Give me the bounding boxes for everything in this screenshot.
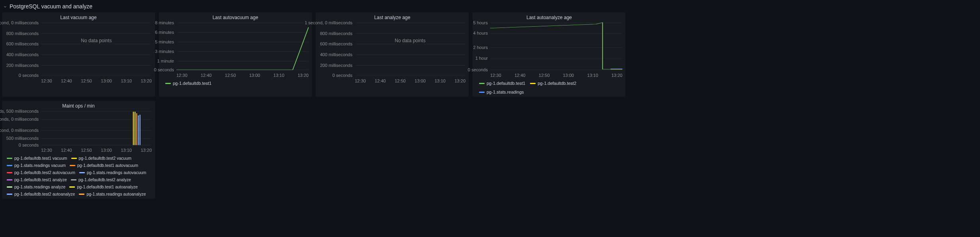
x-axis: 12:30 12:40 12:50 13:00 13:10 13:20 [316,77,469,85]
x-tick: 12:30 [41,78,52,83]
no-data-message: No data points [395,38,425,43]
x-tick: 12:30 [41,148,52,153]
x-tick: 13:20 [611,73,622,78]
panel-title: Last analyze age [316,12,469,21]
x-tick: 12:30 [355,78,366,83]
y-tick: 1 second, 0 milliseconds [0,128,39,133]
legend-swatch [7,179,12,180]
legend-swatch [479,92,485,93]
legend-item[interactable]: pg-1.defaultdb.test1 vacuum [7,156,67,161]
y-axis: 1 second, 0 milliseconds 800 millisecond… [316,21,355,77]
panel-last-analyze-age[interactable]: Last analyze age 1 second, 0 millisecond… [315,12,469,97]
y-tick: 5 minutes [155,39,174,44]
y-tick: 200 milliseconds [6,63,39,68]
y-tick: 1 hour [475,56,488,61]
panel-title: Last autovacuum age [159,12,312,21]
legend-item[interactable]: pg-1.defaultdb.test2 vacuum [71,156,132,161]
legend-item[interactable]: pg-1.stats.readings autoanalyze [79,192,146,196]
y-tick: 8 minutes [155,20,174,25]
y-tick: 800 milliseconds [320,31,352,36]
legend-item[interactable]: pg-1.defaultdb.test1 autoanalyze [69,184,137,189]
legend-label: pg-1.stats.readings autovacuum [87,170,146,175]
legend-label: pg-1.defaultdb.test2 [538,81,576,86]
bar-series [41,110,152,146]
y-tick: 1 minute [157,59,174,63]
legend-item[interactable]: pg-1.defaultdb.test2 [530,81,576,86]
y-tick: 0 seconds [154,67,174,72]
y-tick: 3 minutes [155,49,174,54]
legend-item[interactable]: pg-1.defaultdb.test1 autovacuum [70,163,138,168]
legend-item[interactable]: pg-1.defaultdb.test2 analyze [71,177,131,182]
legend-swatch [71,179,76,180]
panel-last-autoanalyze-age[interactable]: Last autoanalyze age 5 hours 4 hours 2 h… [472,12,626,97]
y-tick: 200 milliseconds [320,63,352,68]
x-tick: 12:30 [490,73,501,78]
y-tick: 400 milliseconds [6,52,39,57]
legend-swatch [71,158,77,159]
legend-swatch [69,186,75,188]
x-tick: 12:50 [539,73,550,78]
legend-item[interactable]: pg-1.defaultdb.test1 [479,81,525,86]
legend-item[interactable]: pg-1.stats.readings autovacuum [79,170,146,175]
x-tick: 13:10 [121,78,132,83]
legend-label: pg-1.defaultdb.test1 [173,81,211,86]
legend-swatch [479,83,485,84]
chart-area: 5 hours 4 hours 2 hours 1 hour 0 seconds [473,21,626,71]
x-tick: 13:10 [121,148,132,153]
y-tick: 0 seconds [19,73,39,78]
y-tick: 800 milliseconds [6,31,39,36]
legend-item[interactable]: pg-1.defaultdb.test1 [165,81,211,86]
y-tick: 400 milliseconds [320,52,352,57]
legend-label: pg-1.defaultdb.test1 autovacuum [77,163,138,168]
x-tick: 12:50 [395,78,406,83]
x-axis: 12:30 12:40 12:50 13:00 13:10 13:20 [159,71,312,79]
chevron-down-icon [3,4,7,8]
x-tick: 13:10 [587,73,599,78]
y-tick: 1 second, 0 milliseconds [0,20,39,25]
panel-last-autovacuum-age[interactable]: Last autovacuum age 8 minutes 6 minutes … [158,12,312,97]
legend-item[interactable]: pg-1.stats.readings analyze [7,184,65,189]
legend-item[interactable]: pg-1.defaultdb.test1 analyze [7,177,67,182]
legend-label: pg-1.defaultdb.test1 analyze [14,177,67,182]
x-tick: 13:00 [101,148,112,153]
x-tick: 12:50 [225,73,236,78]
panel-maint-ops[interactable]: Maint ops / min 2 seconds, 500 milliseco… [2,100,155,199]
x-tick: 13:10 [434,78,446,83]
legend-item[interactable]: pg-1.stats.readings [479,90,524,94]
panel-last-vacuum-age[interactable]: Last vacuum age 1 second, 0 milliseconds… [2,12,155,97]
legend-label: pg-1.defaultdb.test1 [487,81,525,86]
y-tick: 5 hours [473,20,488,25]
section-header[interactable]: PostgreSQL vacuum and analyze [2,2,978,12]
y-tick: 500 milliseconds [6,136,39,141]
legend-label: pg-1.stats.readings [487,90,524,94]
x-axis: 12:30 12:40 12:50 13:00 13:10 13:20 [2,77,155,85]
legend-label: pg-1.defaultdb.test1 autoanalyze [77,184,137,189]
x-tick: 12:40 [375,78,386,83]
plot-area [490,21,622,71]
legend-item[interactable]: pg-1.stats.readings vacuum [7,163,66,168]
legend-label: pg-1.stats.readings autoanalyze [86,192,146,196]
x-tick: 12:40 [61,78,72,83]
x-tick: 12:50 [81,78,92,83]
panel-row-2: Maint ops / min 2 seconds, 500 milliseco… [2,100,978,199]
legend-swatch [79,194,84,195]
y-tick: 2 seconds, 0 milliseconds [0,117,39,121]
x-tick: 13:00 [249,73,260,78]
legend-swatch [7,186,12,188]
legend-swatch [7,194,12,195]
y-tick: 600 milliseconds [320,41,352,46]
y-tick: 6 minutes [155,30,174,35]
chart-area: 2 seconds, 500 milliseconds 2 seconds, 0… [2,110,155,146]
chart-area: 1 second, 0 milliseconds 800 millisecond… [316,21,469,77]
svg-rect-4 [139,115,140,145]
legend-label: pg-1.defaultdb.test2 autoanalyze [14,192,75,196]
y-axis: 5 hours 4 hours 2 hours 1 hour 0 seconds [473,21,490,71]
legend-item[interactable]: pg-1.defaultdb.test2 autovacuum [7,170,75,175]
legend-item[interactable]: pg-1.defaultdb.test2 autoanalyze [7,192,75,196]
svg-rect-0 [133,112,134,145]
chart-area: 8 minutes 6 minutes 5 minutes 3 minutes … [159,21,312,71]
no-data-message: No data points [81,38,111,43]
legend-label: pg-1.stats.readings analyze [14,184,65,189]
svg-rect-3 [138,116,139,145]
legend: pg-1.defaultdb.test1 pg-1.defaultdb.test… [473,79,626,97]
